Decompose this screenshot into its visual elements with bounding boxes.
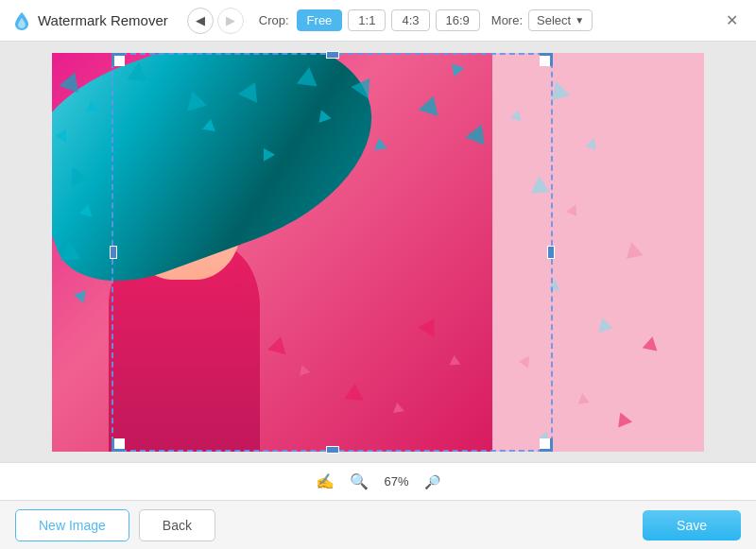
logo-icon: [11, 10, 32, 31]
back-nav-button[interactable]: ◀: [187, 8, 214, 34]
right-tri-13: [539, 429, 553, 442]
forward-nav-button[interactable]: ▶: [217, 8, 244, 34]
right-tri-11: [643, 335, 661, 351]
close-button[interactable]: ✕: [718, 8, 745, 34]
more-label: More:: [491, 13, 523, 27]
right-tri-3: [585, 136, 599, 149]
new-image-button[interactable]: New Image: [15, 509, 129, 541]
more-select-dropdown[interactable]: Select ▼: [528, 9, 593, 31]
scatter-tri-21: [297, 363, 311, 376]
chevron-down-icon: ▼: [575, 15, 584, 26]
scatter-tri-20: [267, 334, 290, 354]
scatter-tri-16: [372, 137, 387, 150]
crop-4-3-button[interactable]: 4:3: [391, 9, 429, 31]
scatter-tri-25: [449, 354, 461, 365]
scatter-tri-23: [391, 402, 404, 413]
right-section: [492, 53, 704, 452]
crop-options: Free 1:1 4:3 16:9: [297, 9, 480, 31]
nav-buttons: ◀ ▶: [187, 8, 244, 34]
scatter-tri-17: [419, 93, 444, 116]
titlebar: Watermark Remover ◀ ▶ Crop: Free 1:1 4:3…: [0, 0, 756, 42]
zoom-level: 67%: [384, 474, 408, 489]
scatter-tri-18: [447, 59, 464, 76]
more-select-label: Select: [537, 13, 571, 27]
photo-section: [52, 53, 492, 452]
scatter-tri-10: [202, 117, 217, 130]
image-container: [52, 53, 704, 452]
bottom-toolbar: ✍ 🔍 67% 🔎: [0, 462, 756, 500]
right-tri-8: [594, 315, 613, 332]
pan-icon[interactable]: ✍: [316, 472, 335, 490]
scatter-tri-13: [297, 65, 319, 86]
scatter-tri-24: [418, 314, 442, 337]
right-tri-6: [624, 240, 644, 258]
footer: New Image Back Save: [0, 500, 756, 549]
crop-label: Crop:: [259, 13, 289, 27]
more-section: More: Select ▼: [491, 9, 593, 31]
right-tri-7: [548, 279, 560, 291]
crop-16-9-button[interactable]: 16:9: [436, 9, 480, 31]
scatter-tri-22: [344, 383, 364, 401]
right-tri-5: [566, 201, 581, 215]
zoom-out-icon[interactable]: 🔎: [424, 474, 440, 489]
app-logo: Watermark Remover: [11, 10, 168, 31]
canvas-area: [0, 42, 756, 462]
back-button[interactable]: Back: [139, 509, 215, 541]
right-tri-9: [519, 352, 534, 368]
scatter-tri-2: [84, 98, 99, 112]
crop-free-button[interactable]: Free: [297, 9, 343, 31]
scatter-tri-8: [74, 285, 91, 302]
crop-1-1-button[interactable]: 1:1: [348, 9, 386, 31]
scatter-tri-3: [127, 61, 149, 81]
scatter-tri-19: [465, 120, 491, 145]
save-button[interactable]: Save: [643, 510, 741, 540]
right-tri-10: [576, 392, 589, 404]
right-tri-12: [613, 409, 632, 427]
right-tri-2: [547, 78, 570, 100]
app-title: Watermark Remover: [38, 12, 168, 28]
zoom-in-icon[interactable]: 🔍: [350, 472, 369, 490]
right-tri-4: [529, 175, 549, 194]
scatter-tri-7: [59, 241, 81, 261]
right-tri-1: [510, 109, 524, 121]
